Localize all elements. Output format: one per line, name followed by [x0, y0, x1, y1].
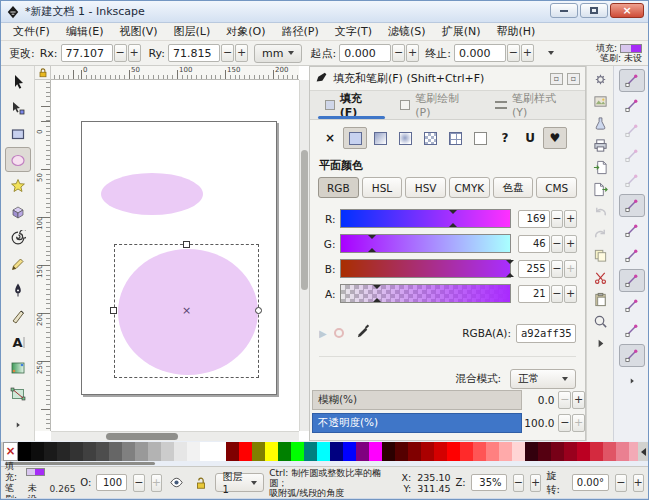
toolbar-overflow-button[interactable] — [548, 51, 554, 55]
tool-star[interactable] — [5, 173, 31, 198]
snap-others-button[interactable] — [619, 344, 645, 367]
snap-paths-button[interactable] — [619, 219, 645, 242]
zoom-button[interactable] — [589, 311, 611, 332]
menu-extensions[interactable]: 扩展(N) — [434, 23, 489, 40]
a-increment-button[interactable]: + — [564, 285, 577, 303]
no-paint-button[interactable]: × — [318, 127, 342, 149]
palette-swatch[interactable] — [174, 442, 187, 461]
palette-swatch[interactable] — [252, 442, 265, 461]
a-decrement-button[interactable]: − — [551, 285, 564, 303]
tool-rectangle[interactable] — [5, 121, 31, 146]
play-icon[interactable]: ▶ — [319, 328, 327, 339]
vertical-scrollbar[interactable] — [299, 80, 309, 431]
title-bar[interactable]: *新建文档 1 - Inkscape × — [1, 1, 648, 23]
menu-edit[interactable]: 编辑(E) — [58, 23, 112, 40]
color-mode-hsv[interactable]: HSV — [405, 177, 446, 198]
eyedropper-icon[interactable] — [356, 324, 371, 342]
snap-smooth-nodes-button[interactable] — [619, 294, 645, 317]
tool-pencil[interactable] — [5, 251, 31, 276]
palette-swatch[interactable] — [70, 442, 83, 461]
toolbox-more-arrow-icon[interactable] — [5, 412, 31, 437]
color-mode-cmyk[interactable]: CMYK — [449, 177, 490, 198]
object-opacity-decrement-button[interactable]: − — [133, 474, 144, 492]
b-value-input[interactable]: 255 — [518, 260, 549, 278]
palette-swatch[interactable] — [395, 442, 408, 461]
canvas-area[interactable]: 050100150200 050100150200250 × — [35, 66, 309, 441]
palette-swatch[interactable] — [538, 442, 551, 461]
paste-button[interactable] — [589, 289, 611, 310]
color-mode-hsl[interactable]: HSL — [362, 177, 403, 198]
start-decrement-button[interactable]: − — [392, 44, 405, 62]
tool-selector[interactable] — [5, 69, 31, 94]
rotation-decrement-button[interactable]: − — [615, 474, 626, 492]
rx-decrement-button[interactable]: − — [114, 44, 127, 62]
menu-text[interactable]: 文字(T) — [327, 23, 380, 40]
palette-swatch[interactable] — [460, 442, 473, 461]
layer-select[interactable]: 图层 1 — [215, 473, 264, 492]
menu-filters[interactable]: 滤镜(S) — [380, 23, 434, 40]
palette-swatch[interactable] — [278, 442, 291, 461]
b-decrement-button[interactable]: − — [551, 260, 564, 278]
panel-float-button[interactable]: ▫ — [550, 73, 563, 85]
canvas-viewport[interactable]: × — [51, 80, 299, 431]
palette-swatch[interactable] — [226, 442, 239, 461]
color-mode-rgb[interactable]: RGB — [318, 177, 359, 198]
rx-increment-button[interactable]: + — [128, 44, 141, 62]
palette-swatch[interactable] — [96, 442, 109, 461]
end-input[interactable]: 0.000 — [454, 44, 506, 62]
tool-pen[interactable] — [5, 277, 31, 302]
palette-swatch[interactable] — [200, 442, 213, 461]
blur-decrement-button[interactable]: − — [558, 391, 571, 409]
tool-ellipse[interactable] — [5, 147, 31, 172]
blur-slider[interactable]: 模糊(%) — [312, 390, 522, 410]
color-slider-a[interactable] — [340, 284, 511, 303]
tool-gradient[interactable] — [5, 355, 31, 380]
slider-handle-r[interactable] — [449, 210, 457, 214]
linear-gradient-button[interactable] — [368, 127, 392, 149]
selection-handle-right-radius[interactable] — [255, 307, 262, 314]
snap-more-button[interactable] — [619, 369, 645, 392]
panel-close-button[interactable]: ▫ — [567, 73, 580, 85]
favorite-button[interactable]: ♥ — [543, 127, 567, 149]
palette-swatch[interactable] — [603, 442, 616, 461]
menu-view[interactable]: 视图(V) — [111, 23, 165, 40]
palette-swatch[interactable] — [317, 442, 330, 461]
cut-button[interactable] — [589, 267, 611, 288]
palette-swatch[interactable] — [18, 442, 31, 461]
palette-swatch[interactable] — [109, 442, 122, 461]
unknown-paint-button[interactable] — [468, 127, 492, 149]
snap-enabled-button[interactable] — [619, 69, 645, 92]
palette-swatch[interactable] — [57, 442, 70, 461]
object-opacity-input[interactable]: 100 — [96, 474, 127, 491]
palette-swatch[interactable] — [512, 442, 525, 461]
minimize-button[interactable] — [550, 3, 578, 18]
ry-increment-button[interactable]: + — [235, 44, 248, 62]
copy-button[interactable] — [589, 245, 611, 266]
snap-bbox-button[interactable] — [619, 94, 645, 117]
palette-swatch[interactable] — [265, 442, 278, 461]
rgba-input[interactable]: a92aff35 — [516, 324, 576, 343]
menu-path[interactable]: 路径(P) — [274, 23, 327, 40]
start-increment-button[interactable]: + — [406, 44, 419, 62]
end-decrement-button[interactable]: − — [507, 44, 520, 62]
palette-swatch[interactable] — [330, 442, 343, 461]
opacity-increment-button[interactable]: + — [572, 414, 585, 432]
statusbar-style-indicator[interactable]: 填充: 笔刷: 未设 — [5, 461, 45, 500]
palette-swatch[interactable] — [447, 442, 460, 461]
end-increment-button[interactable]: + — [521, 44, 534, 62]
horizontal-scrollbar[interactable] — [51, 431, 299, 441]
g-decrement-button[interactable]: − — [551, 235, 564, 253]
ruler-lock-button[interactable] — [35, 66, 51, 80]
statusbar-fill-swatch[interactable] — [26, 468, 45, 476]
slider-handle-b[interactable] — [506, 260, 514, 264]
palette-swatch[interactable] — [616, 442, 629, 461]
ellipse-shape-small[interactable] — [101, 173, 203, 215]
ry-input[interactable]: 71.815 — [168, 44, 220, 62]
color-slider-g[interactable] — [340, 234, 511, 253]
redo-button[interactable] — [589, 223, 611, 244]
palette-scroll-left-icon[interactable] — [638, 442, 648, 461]
rotation-input[interactable]: 0.00° — [572, 474, 610, 491]
printer-button[interactable] — [589, 135, 611, 156]
horizontal-ruler[interactable]: 050100150200 — [51, 66, 299, 80]
vertical-scrollbar-thumb[interactable] — [301, 150, 308, 290]
